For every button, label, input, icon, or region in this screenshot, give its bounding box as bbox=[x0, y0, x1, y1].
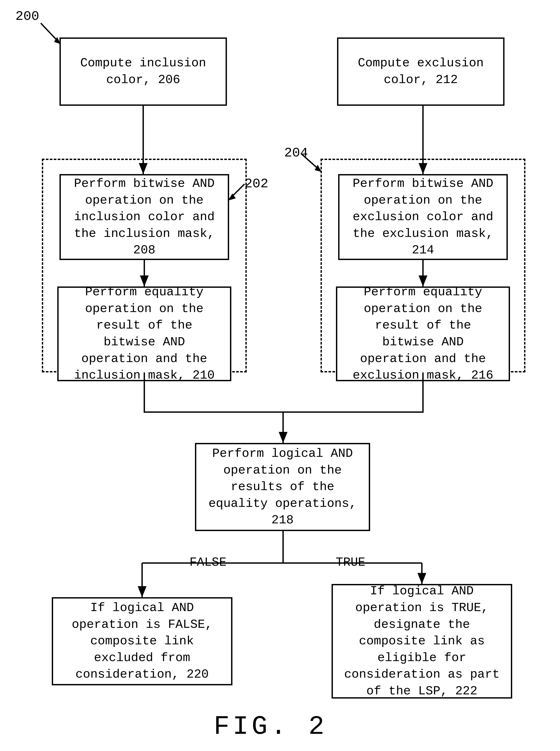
flowchart-page: 200 202 204 Compute inclusion color, 206… bbox=[0, 0, 560, 751]
svg-marker-7 bbox=[279, 432, 287, 443]
step-bitwise-and-inclusion: Perform bitwise AND operation on the inc… bbox=[59, 174, 229, 260]
result-false-excluded: If logical AND operation is FALSE, compo… bbox=[52, 597, 233, 685]
step-compute-exclusion-color: Compute exclusion color, 212 bbox=[337, 37, 504, 106]
result-true-eligible: If logical AND operation is TRUE, design… bbox=[332, 584, 512, 698]
branch-label-true: TRUE bbox=[331, 555, 371, 569]
step-logical-and: Perform logical AND operation on the res… bbox=[195, 443, 370, 531]
branch-label-false: FALSE bbox=[184, 555, 232, 569]
step-compute-inclusion-color: Compute inclusion color, 206 bbox=[59, 37, 227, 106]
figure-caption: FIG. 2 bbox=[214, 712, 327, 742]
step-equality-exclusion: Perform equality operation on the result… bbox=[336, 286, 510, 381]
ref-204: 204 bbox=[284, 145, 308, 160]
ref-202: 202 bbox=[244, 176, 268, 191]
step-bitwise-and-exclusion: Perform bitwise AND operation on the exc… bbox=[338, 174, 508, 260]
step-equality-inclusion: Perform equality operation on the result… bbox=[57, 286, 231, 381]
svg-marker-8 bbox=[138, 586, 146, 597]
ref-200: 200 bbox=[15, 9, 39, 24]
svg-marker-9 bbox=[418, 573, 426, 584]
